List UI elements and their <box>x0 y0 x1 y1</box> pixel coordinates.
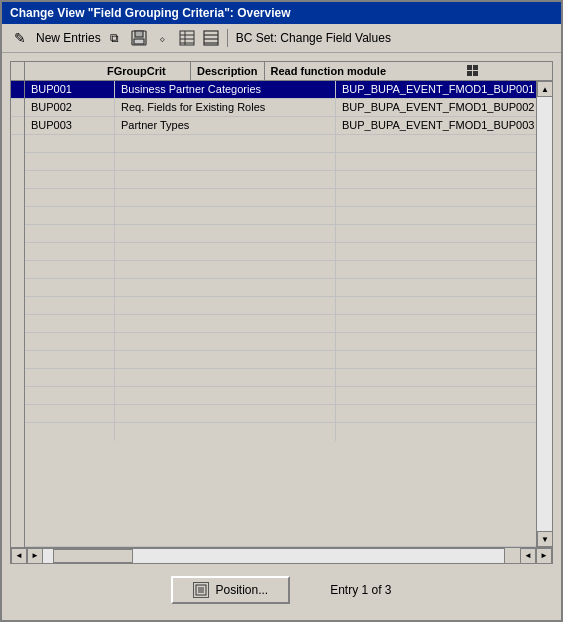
table-row[interactable]: BUP002 Req. Fields for Existing Roles BU… <box>25 99 536 117</box>
table-row[interactable]: BUP003 Partner Types BUP_BUPA_EVENT_FMOD… <box>25 117 536 135</box>
scroll-corner <box>504 548 520 564</box>
row-indicator-3 <box>11 117 24 135</box>
vertical-scrollbar[interactable]: ▲ ▼ <box>536 81 552 547</box>
hscroll-thumb[interactable] <box>53 549 133 563</box>
row-indicator-empty <box>11 135 24 441</box>
row-indicator-1 <box>11 81 24 99</box>
position-button-label: Position... <box>215 583 268 597</box>
cell-description-2: Req. Fields for Existing Roles <box>115 99 336 116</box>
empty-row <box>25 261 536 279</box>
empty-row <box>25 333 536 351</box>
scroll-down-button[interactable]: ▼ <box>537 531 552 547</box>
empty-row <box>25 297 536 315</box>
entry-info: Entry 1 of 3 <box>330 583 391 597</box>
hscroll-right-end[interactable]: ► <box>536 548 552 564</box>
cell-description-1: Business Partner Categories <box>115 81 336 98</box>
cell-description-3: Partner Types <box>115 117 336 134</box>
table-header: FGroupCrit Description Read function mod… <box>11 62 552 81</box>
position-button[interactable]: Position... <box>171 576 290 604</box>
empty-row <box>25 189 536 207</box>
empty-row <box>25 405 536 423</box>
scroll-up-button[interactable]: ▲ <box>537 81 552 97</box>
svg-rect-1 <box>135 31 143 37</box>
empty-row <box>25 423 536 441</box>
col-header-readfunc: Read function module <box>265 62 465 80</box>
hscroll-left-end[interactable]: ◄ <box>520 548 536 564</box>
svg-rect-2 <box>134 39 144 44</box>
separator <box>227 29 228 47</box>
cell-readfunc-3: BUP_BUPA_EVENT_FMOD1_BUP003 <box>336 117 536 134</box>
row-indicators <box>11 81 25 547</box>
empty-row <box>25 171 536 189</box>
scroll-left-button[interactable]: ◄ <box>11 548 27 564</box>
cell-readfunc-2: BUP_BUPA_EVENT_FMOD1_BUP002 <box>336 99 536 116</box>
toolbar: ✎ New Entries ⧉ ⬦ <box>2 24 561 53</box>
empty-row <box>25 279 536 297</box>
empty-row <box>25 243 536 261</box>
empty-row <box>25 387 536 405</box>
scroll-right-button[interactable]: ► <box>27 548 43 564</box>
data-table: FGroupCrit Description Read function mod… <box>10 61 553 564</box>
main-window: Change View "Field Grouping Criteria": O… <box>0 0 563 622</box>
empty-row <box>25 225 536 243</box>
empty-row <box>25 369 536 387</box>
cell-fgroupcrit-2: BUP002 <box>25 99 115 116</box>
empty-row <box>25 135 536 153</box>
scroll-track[interactable] <box>537 97 552 531</box>
content-area: FGroupCrit Description Read function mod… <box>2 53 561 620</box>
cell-fgroupcrit-3: BUP003 <box>25 117 115 134</box>
position-btn-icon <box>193 582 209 598</box>
table-view-icon[interactable] <box>177 28 197 48</box>
empty-rows <box>25 135 536 547</box>
table-row[interactable]: BUP001 Business Partner Categories BUP_B… <box>25 81 536 99</box>
hscroll-track[interactable] <box>43 548 504 563</box>
cell-fgroupcrit-1: BUP001 <box>25 81 115 98</box>
pencil-icon[interactable]: ✎ <box>10 28 30 48</box>
cell-readfunc-1: BUP_BUPA_EVENT_FMOD1_BUP001 <box>336 81 536 98</box>
window-title: Change View "Field Grouping Criteria": O… <box>10 6 291 20</box>
new-entries-label[interactable]: New Entries <box>36 31 101 45</box>
empty-row <box>25 351 536 369</box>
row-indicator-2 <box>11 99 24 117</box>
empty-row <box>25 315 536 333</box>
footer: Position... Entry 1 of 3 <box>10 568 553 612</box>
horizontal-scrollbar: ◄ ► ◄ ► <box>11 547 552 563</box>
save-icon[interactable] <box>129 28 149 48</box>
title-bar: Change View "Field Grouping Criteria": O… <box>2 2 561 24</box>
table-data: BUP001 Business Partner Categories BUP_B… <box>25 81 536 547</box>
column-resize-icon[interactable] <box>465 62 481 80</box>
list-view-icon[interactable] <box>201 28 221 48</box>
move-left-icon[interactable]: ⬦ <box>153 28 173 48</box>
col-header-description: Description <box>191 62 265 80</box>
bc-set-label: BC Set: Change Field Values <box>236 31 391 45</box>
empty-row <box>25 207 536 225</box>
copy-icon[interactable]: ⧉ <box>105 28 125 48</box>
col-header-fgroupcrit: FGroupCrit <box>101 62 191 80</box>
empty-row <box>25 153 536 171</box>
